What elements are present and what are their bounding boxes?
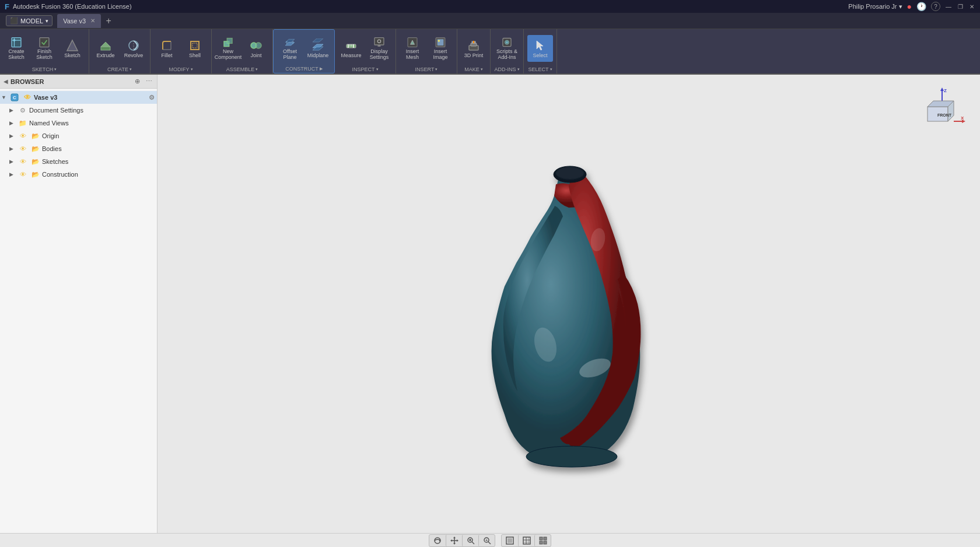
revolve-button[interactable]: Revolve — [121, 35, 146, 62]
tree-item-named-views[interactable]: ▶ 📁 Named Views — [0, 117, 157, 129]
win-close[interactable]: ✕ — [968, 3, 975, 10]
origin-eye-icon[interactable]: 👁 — [18, 131, 27, 141]
select-section-label[interactable]: SELECT ▾ — [528, 65, 552, 72]
offset-plane-button[interactable]: OffsetPlane — [277, 35, 303, 62]
bodies-label: Bodies — [42, 145, 62, 152]
sketches-label: Sketches — [42, 158, 68, 165]
ribbon-section-select: Select SELECT ▾ — [524, 29, 557, 73]
svg-rect-6 — [101, 47, 110, 50]
expand-arrow-views-icon[interactable]: ▶ — [9, 120, 16, 126]
browser-expand-icon[interactable]: ⊕ — [132, 77, 142, 86]
inspect-section-label[interactable]: INSPECT ▾ — [352, 65, 378, 72]
svg-rect-71 — [523, 537, 530, 544]
expand-arrow-icon[interactable]: ▼ — [1, 94, 8, 100]
modify-section-label[interactable]: MODIFY ▾ — [169, 65, 193, 72]
browser-options-icon[interactable]: ⋯ — [144, 77, 153, 86]
pan-button[interactable] — [446, 535, 462, 546]
select-arrow-icon: ▾ — [550, 67, 552, 72]
zoom-fit-button[interactable] — [462, 535, 478, 546]
svg-rect-79 — [544, 541, 547, 544]
browser-controls: ⊕ ⋯ — [132, 77, 153, 86]
sidebar: ◀ BROWSER ⊕ ⋯ ▼ C 👁 Vase v3 ⚙ ▶ — [0, 75, 158, 533]
expand-arrow-construction-icon[interactable]: ▶ — [9, 171, 16, 177]
assemble-section-label[interactable]: ASSEMBLE ▾ — [226, 65, 258, 72]
viewport[interactable]: Z FRONT X — [158, 75, 980, 533]
construct-section-label[interactable]: CONSTRUCT ▶ — [285, 65, 323, 72]
create-sketch-button[interactable]: CreateSketch — [4, 35, 29, 62]
orbit-button[interactable] — [429, 535, 446, 546]
sketches-eye-icon[interactable]: 👁 — [18, 157, 27, 166]
construction-label: Construction — [42, 171, 78, 178]
win-minimize[interactable]: — — [945, 3, 952, 10]
insert-section-label[interactable]: INSERT ▾ — [415, 65, 438, 72]
tree-item-vase-v3[interactable]: ▼ C 👁 Vase v3 ⚙ — [0, 91, 157, 104]
bodies-folder-icon: 📂 — [31, 144, 40, 153]
ribbon-toolbar: CreateSketch FinishSketch Sketch SKETCH … — [0, 29, 980, 75]
midplane-button[interactable]: Midplane — [305, 35, 331, 62]
sketch-section-label[interactable]: SKETCH ▾ — [32, 65, 57, 72]
svg-line-67 — [488, 542, 491, 544]
tab-vase-v3[interactable]: Vase v3 ✕ — [57, 14, 101, 28]
insert-image-button[interactable]: InsertImage — [428, 35, 453, 62]
make-arrow-icon: ▾ — [481, 67, 483, 72]
svg-text:+: + — [485, 538, 488, 542]
new-component-button[interactable]: NewComponent — [215, 35, 241, 62]
doc-settings-label: Document Settings — [29, 107, 83, 114]
extrude-button[interactable]: Extrude — [93, 35, 118, 62]
expand-arrow-doc-icon[interactable]: ▶ — [9, 107, 16, 113]
tree-item-bodies[interactable]: ▶ 👁 📂 Bodies — [0, 142, 157, 155]
svg-text:FRONT: FRONT — [937, 113, 952, 117]
insert-mesh-button[interactable]: InsertMesh — [400, 35, 425, 62]
fillet-button[interactable]: Fillet — [154, 35, 180, 62]
expand-arrow-bodies-icon[interactable]: ▶ — [9, 146, 16, 152]
model-dropdown[interactable]: ⬛ MODEL ▾ — [6, 15, 52, 26]
tree-item-construction[interactable]: ▶ 👁 📂 Construction — [0, 168, 157, 181]
shell-button[interactable]: Shell — [182, 35, 208, 62]
sketch-tools: CreateSketch FinishSketch Sketch — [4, 31, 85, 65]
win-restore[interactable]: ❐ — [957, 3, 964, 10]
svg-marker-61 — [457, 539, 459, 542]
joint-button[interactable]: Joint — [243, 35, 269, 62]
tree-item-sketches[interactable]: ▶ 👁 📂 Sketches — [0, 155, 157, 168]
svg-rect-11 — [192, 43, 197, 48]
display-settings-button[interactable]: DisplaySettings — [366, 35, 392, 62]
scripts-button[interactable]: Scripts &Add-Ins — [494, 35, 520, 62]
tree-item-document-settings[interactable]: ▶ ⚙ Document Settings — [0, 104, 157, 117]
svg-rect-76 — [540, 537, 542, 540]
finish-sketch-button[interactable]: FinishSketch — [32, 35, 57, 62]
view-options-button[interactable] — [534, 535, 551, 546]
3d-print-button[interactable]: 3D Print — [461, 35, 487, 62]
eye-icon[interactable]: 👁 — [23, 93, 32, 102]
browser-tree: ▼ C 👁 Vase v3 ⚙ ▶ ⚙ Document Settings ▶ … — [0, 89, 157, 533]
tree-item-origin[interactable]: ▶ 👁 📂 Origin — [0, 129, 157, 142]
svg-rect-23 — [374, 38, 384, 45]
display-mode-button[interactable] — [502, 535, 518, 546]
settings-cog-icon[interactable]: ⚙ — [149, 94, 155, 101]
select-button[interactable]: Select — [527, 35, 553, 62]
addins-section-label[interactable]: ADD-INS ▾ — [494, 65, 519, 72]
user-label[interactable]: Philip Prosario Jr ▾ — [848, 3, 902, 10]
bodies-eye-icon[interactable]: 👁 — [18, 144, 27, 153]
tab-label: Vase v3 — [63, 17, 86, 24]
collapse-sidebar-icon[interactable]: ◀ — [4, 78, 8, 85]
measure-button[interactable]: Measure — [338, 35, 364, 62]
sketch-button[interactable]: Sketch — [60, 35, 85, 62]
construction-eye-icon[interactable]: 👁 — [18, 170, 27, 179]
zoom-button[interactable]: + — [478, 535, 495, 546]
viewcube[interactable]: Z FRONT X — [916, 86, 968, 139]
help-btn[interactable]: ? — [931, 2, 940, 11]
record-btn[interactable]: ● — [907, 2, 912, 11]
grid-button[interactable] — [518, 535, 534, 546]
history-btn[interactable]: 🕐 — [916, 2, 926, 11]
modify-arrow-icon: ▾ — [191, 67, 193, 72]
svg-marker-59 — [453, 543, 456, 545]
tab-close-icon[interactable]: ✕ — [90, 17, 95, 24]
ribbon-section-sketch: CreateSketch FinishSketch Sketch SKETCH … — [0, 29, 89, 73]
svg-rect-32 — [471, 43, 477, 46]
create-section-label[interactable]: CREATE ▾ — [107, 65, 132, 72]
expand-arrow-origin-icon[interactable]: ▶ — [9, 133, 16, 139]
tab-add-button[interactable]: + — [102, 15, 115, 27]
make-section-label[interactable]: MAKE ▾ — [464, 65, 483, 72]
ribbon-section-modify: Fillet Shell MODIFY ▾ — [150, 29, 212, 73]
expand-arrow-sketches-icon[interactable]: ▶ — [9, 159, 16, 164]
